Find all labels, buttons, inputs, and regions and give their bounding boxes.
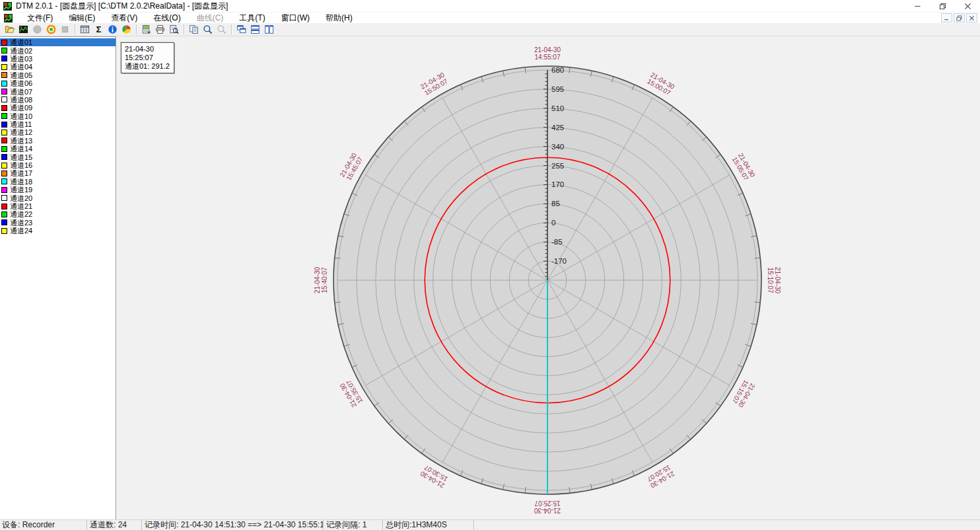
channel-label: 通道24 (10, 227, 32, 235)
status-segment-3: 记录时间: 21-04-30 14:51:30 ==> 21-04-30 15:… (142, 520, 324, 530)
copy-icon[interactable] (187, 24, 201, 36)
channel-item-1[interactable]: 通道01 (0, 38, 116, 46)
record-idle-icon (30, 24, 44, 36)
zoom-icon[interactable] (201, 24, 215, 36)
channel-item-5[interactable]: 通道05 (0, 71, 116, 79)
channel-item-2[interactable]: 通道02 (0, 46, 116, 54)
mdi-close-button[interactable] (966, 13, 977, 22)
channel-item-3[interactable]: 通道03 (0, 55, 116, 63)
tile-vertical-icon[interactable] (262, 24, 276, 36)
radial-axis-label: -170 (551, 257, 567, 265)
channel-item-17[interactable]: 通道17 (0, 169, 116, 177)
print-icon[interactable] (153, 24, 167, 36)
disc-view-icon[interactable] (120, 24, 133, 36)
channel-item-14[interactable]: 通道14 (0, 145, 116, 153)
cascade-windows-icon[interactable] (234, 24, 248, 36)
curve-display-icon[interactable] (17, 24, 30, 36)
menu-item-4[interactable]: 在线(O) (145, 13, 188, 24)
value-tooltip: 21-04-3015:25:07通道01: 291.2 (121, 42, 174, 73)
channel-color-swatch (1, 146, 7, 152)
tooltip-line: 通道01: 291.2 (125, 62, 170, 71)
menu-item-3[interactable]: 查看(V) (103, 13, 145, 24)
svg-text:21-04-30: 21-04-30 (774, 267, 781, 293)
channel-item-22[interactable]: 通道22 (0, 210, 116, 218)
menu-items: 文件(F)编辑(E)查看(V)在线(O)曲线(C)工具(T)窗口(W)帮助(H) (19, 13, 361, 24)
channel-item-24[interactable]: 通道24 (0, 227, 116, 235)
zoom-out-icon (215, 24, 228, 36)
channel-label: 通道15 (10, 153, 32, 161)
export-image-icon[interactable] (139, 24, 153, 36)
info-icon[interactable] (106, 24, 120, 36)
channel-color-swatch (1, 48, 7, 54)
data-grid-icon[interactable] (78, 24, 92, 36)
channel-item-18[interactable]: 通道18 (0, 178, 116, 186)
channel-item-19[interactable]: 通道19 (0, 186, 116, 194)
status-segment-fill (474, 520, 980, 530)
channel-label: 通道14 (10, 145, 32, 153)
radial-axis-label: 510 (551, 104, 564, 112)
channel-item-6[interactable]: 通道06 (0, 79, 116, 87)
channel-item-12[interactable]: 通道12 (0, 128, 116, 136)
channel-color-swatch (1, 228, 7, 234)
time-label: 21-04-3015:40:07 (314, 267, 328, 293)
channel-item-16[interactable]: 通道16 (0, 161, 116, 169)
open-file-icon[interactable] (3, 24, 17, 36)
channel-label: 通道20 (10, 194, 32, 202)
channel-label: 通道23 (10, 219, 32, 227)
menu-item-2[interactable]: 编辑(E) (61, 13, 103, 24)
menu-item-1[interactable]: 文件(F) (19, 13, 61, 24)
channel-item-7[interactable]: 通道07 (0, 87, 116, 95)
channel-item-23[interactable]: 通道23 (0, 219, 116, 227)
mdi-restore-button[interactable] (954, 13, 965, 22)
tile-horizontal-icon[interactable] (248, 24, 262, 36)
channel-label: 通道22 (10, 210, 32, 218)
channel-item-4[interactable]: 通道04 (0, 63, 116, 71)
channel-item-10[interactable]: 通道10 (0, 112, 116, 120)
toolbar-separator (184, 24, 184, 34)
svg-text:15:25:07: 15:25:07 (534, 500, 560, 507)
channel-item-13[interactable]: 通道13 (0, 137, 116, 145)
svg-text:Σ: Σ (96, 24, 102, 34)
channel-color-swatch (1, 219, 7, 225)
menu-item-7[interactable]: 窗口(W) (273, 13, 318, 24)
channel-color-swatch (1, 40, 7, 46)
channel-item-15[interactable]: 通道15 (0, 153, 116, 161)
record-icon[interactable] (44, 24, 58, 36)
status-segment-5: 总时间:1H3M40S (383, 520, 474, 530)
polar-chart-area[interactable]: -170-8508517025534042551059568021-04-301… (117, 36, 980, 519)
channel-label: 通道06 (10, 79, 32, 87)
channel-item-11[interactable]: 通道11 (0, 120, 116, 128)
channel-item-21[interactable]: 通道21 (0, 202, 116, 210)
mdi-minimize-button[interactable] (941, 13, 952, 22)
channel-color-swatch (1, 154, 7, 160)
channel-label: 通道07 (10, 88, 32, 96)
polar-chart[interactable]: -170-8508517025534042551059568021-04-301… (117, 36, 980, 519)
toolbar: Σ (0, 23, 980, 36)
restore-button[interactable] (930, 0, 955, 12)
channel-item-8[interactable]: 通道08 (0, 96, 116, 104)
toolbar-separator (75, 24, 75, 34)
menu-item-8[interactable]: 帮助(H) (318, 13, 361, 24)
channel-label: 通道12 (10, 128, 32, 136)
channel-label: 通道02 (10, 47, 32, 55)
print-preview-icon[interactable] (167, 24, 181, 36)
close-button[interactable] (955, 0, 980, 12)
radial-axis-label: 595 (551, 85, 564, 93)
menu-item-6[interactable]: 工具(T) (231, 13, 273, 24)
channel-color-swatch (1, 105, 7, 111)
minimize-button[interactable] (905, 0, 930, 12)
channel-item-9[interactable]: 通道09 (0, 104, 116, 112)
channel-color-swatch (1, 89, 7, 95)
channel-item-20[interactable]: 通道20 (0, 194, 116, 202)
channel-color-swatch (1, 163, 7, 169)
statistics-icon[interactable]: Σ (92, 24, 106, 36)
channel-color-swatch (1, 137, 7, 143)
status-segment-1: 设备: Recorder (0, 520, 87, 530)
radial-axis-label: 680 (551, 66, 564, 74)
channel-label: 通道17 (10, 169, 32, 177)
tooltip-line: 15:25:07 (125, 54, 170, 62)
channel-color-swatch (1, 204, 7, 209)
channel-list: 通道01通道02通道03通道04通道05通道06通道07通道08通道09通道10… (0, 36, 116, 519)
app-icon (3, 2, 12, 11)
toolbar-separator (136, 24, 137, 34)
